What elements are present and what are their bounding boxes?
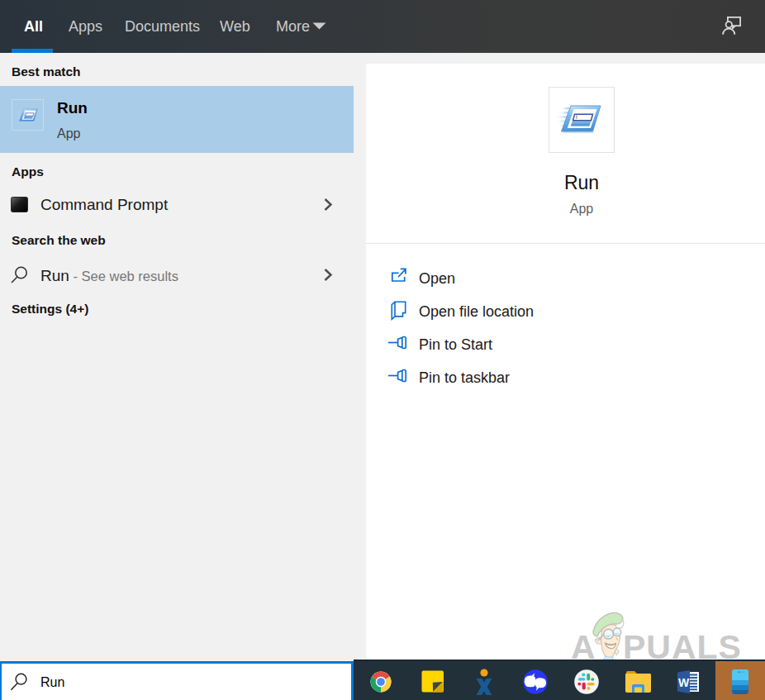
svg-text:W: W [678, 676, 690, 689]
